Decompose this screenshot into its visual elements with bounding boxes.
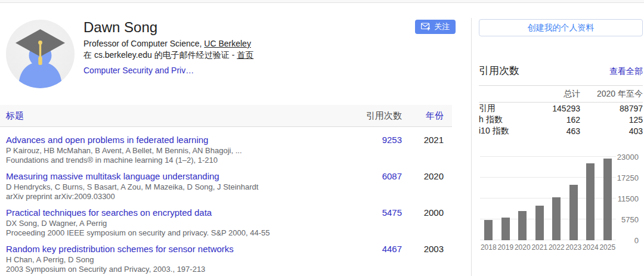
- publication-venue: 2003 Symposium on Security and Privacy, …: [6, 265, 354, 274]
- chart-bar-slot: [514, 157, 531, 240]
- chart-y-tick-label: 5750: [621, 216, 639, 224]
- chart-bar-2019[interactable]: [501, 218, 510, 240]
- stat-label: i10 指数: [479, 126, 527, 137]
- chart-x-tick-label: 2018: [480, 243, 497, 252]
- cited-by-count-link[interactable]: 5475: [354, 207, 402, 218]
- graduation-cap-avatar-icon: [6, 20, 75, 88]
- chart-bar-slot: [582, 157, 599, 240]
- affiliation-text: Professor of Computer Science,: [83, 39, 204, 48]
- publication-list: Advances and open problems in federated …: [0, 127, 452, 272]
- follow-button[interactable]: 关注: [415, 20, 456, 34]
- citation-chart-bars: [480, 157, 616, 240]
- profile-info: Dawn Song Professor of Computer Science,…: [83, 18, 405, 76]
- stats-row-i10-index: i10 指数 463 403: [479, 125, 643, 137]
- publication-year: 2020: [402, 170, 444, 182]
- stat-total: 463: [527, 126, 580, 136]
- publication-title-link[interactable]: Advances and open problems in federated …: [6, 134, 354, 145]
- chart-bar-slot: [497, 157, 515, 240]
- stats-header-row: 总计 2020 年至今: [479, 86, 643, 103]
- chart-bar-2025[interactable]: [603, 159, 612, 240]
- chart-x-tick-label: 2025: [599, 243, 617, 252]
- chart-bar-2023[interactable]: [569, 185, 578, 240]
- top-toolbar-edge: [0, 0, 644, 3]
- publication-venue: Foundations and trends® in machine learn…: [6, 156, 354, 165]
- chart-bar-slot: [599, 157, 617, 240]
- chart-x-tick-label: 2021: [531, 243, 549, 252]
- cited-by-count-link[interactable]: 6087: [354, 170, 402, 182]
- email-plus-icon: [421, 23, 431, 31]
- view-all-link[interactable]: 查看全部: [609, 66, 643, 77]
- sidebar: 创建我的个人资料 引用次数 查看全部 总计 2020 年至今 引用 145293…: [479, 19, 643, 137]
- chart-x-axis: 20182019202020212022202320242025: [480, 243, 616, 252]
- stat-since: 125: [580, 115, 643, 125]
- table-row: Measuring massive multitask language und…: [0, 163, 452, 200]
- stats-col-since: 2020 年至今: [580, 89, 643, 100]
- profile-name: Dawn Song: [83, 18, 405, 36]
- cited-by-panel-header: 引用次数 查看全部: [479, 64, 643, 86]
- cited-by-title: 引用次数: [479, 64, 519, 77]
- chart-bar-2024[interactable]: [586, 163, 595, 240]
- table-row: Random key predistribution schemes for s…: [0, 236, 452, 272]
- research-interests: Computer Security and Priv…: [83, 65, 405, 76]
- publication-authors: DX Song, D Wagner, A Perrig: [6, 219, 354, 228]
- stat-since: 88797: [580, 104, 643, 113]
- sort-by-title-link[interactable]: 标题: [6, 110, 24, 120]
- table-row: Advances and open problems in federated …: [0, 127, 452, 163]
- chart-x-tick-label: 2024: [582, 243, 599, 252]
- chart-y-tick-label: 17250: [617, 174, 639, 182]
- table-row: Practical techniques for searches on enc…: [0, 200, 452, 236]
- stats-row-h-index: h 指数 162 125: [479, 114, 643, 125]
- sidebar-divider: [471, 18, 472, 276]
- cited-by-count-link[interactable]: 4467: [354, 243, 402, 255]
- citations-per-year-chart: 05750115001725023000 2018201920202021202…: [480, 152, 643, 255]
- interests-link[interactable]: Computer Security and Priv…: [83, 66, 194, 75]
- uc-berkeley-link[interactable]: UC Berkeley: [204, 39, 251, 48]
- sort-by-year-link[interactable]: 年份: [426, 110, 444, 120]
- chart-y-tick-label: 11500: [618, 195, 639, 203]
- publication-authors: P Kairouz, HB McMahan, B Avent, A Bellet…: [6, 146, 354, 155]
- chart-bar-slot: [565, 157, 583, 240]
- publication-venue: Proceeding 2000 IEEE symposium on securi…: [6, 228, 354, 237]
- chart-bar-slot: [548, 157, 565, 240]
- chart-y-tick-label: 23000: [617, 153, 639, 161]
- stat-since: 403: [580, 126, 643, 136]
- stat-total: 145293: [527, 104, 580, 113]
- chart-y-axis: 05750115001725023000: [618, 157, 639, 240]
- stats-row-citations: 引用 145293 88797: [479, 103, 643, 114]
- chart-y-tick-label: 0: [634, 237, 639, 244]
- cited-by-count-link[interactable]: 9253: [354, 134, 402, 145]
- chart-bar-2018[interactable]: [484, 220, 493, 240]
- homepage-link[interactable]: 首页: [237, 50, 253, 60]
- verified-email-line: 在 cs.berkeley.edu 的电子邮件经过验证 - 首页: [83, 49, 405, 61]
- chart-x-tick-label: 2022: [548, 243, 565, 252]
- publication-title-link[interactable]: Measuring massive multitask language und…: [6, 170, 354, 182]
- cited-by-column-header: 引用次数: [354, 110, 402, 122]
- publications-header-row: 标题 引用次数 年份: [0, 105, 452, 127]
- publication-authors: H Chan, A Perrig, D Song: [6, 255, 354, 264]
- stat-label: h 指数: [479, 114, 527, 125]
- chart-bar-2022[interactable]: [552, 197, 561, 240]
- publication-year: 2003: [402, 243, 444, 255]
- chart-bar-2020[interactable]: [518, 211, 527, 240]
- chart-x-tick-label: 2023: [565, 243, 583, 252]
- profile-affiliation: Professor of Computer Science, UC Berkel…: [83, 38, 405, 49]
- chart-bar-2021[interactable]: [535, 206, 544, 240]
- publication-year: 2021: [402, 134, 444, 145]
- chart-bar-slot: [480, 157, 497, 240]
- stat-total: 162: [527, 115, 580, 125]
- follow-button-label: 关注: [434, 21, 450, 32]
- chart-bar-slot: [531, 157, 549, 240]
- verified-email-text: 在 cs.berkeley.edu 的电子邮件经过验证 -: [83, 50, 237, 60]
- publication-authors: D Hendrycks, C Burns, S Basart, A Zou, M…: [6, 182, 354, 191]
- citation-chart-plot: [480, 157, 616, 240]
- avatar: [6, 20, 75, 88]
- create-profile-button[interactable]: 创建我的个人资料: [479, 19, 643, 36]
- publication-year: 2000: [402, 207, 444, 218]
- stats-col-total: 总计: [527, 89, 580, 100]
- chart-x-tick-label: 2019: [497, 243, 515, 252]
- scholar-profile-page: Dawn Song Professor of Computer Science,…: [0, 0, 644, 276]
- publication-venue: arXiv preprint arXiv:2009.03300: [6, 192, 354, 201]
- publication-title-link[interactable]: Practical techniques for searches on enc…: [6, 207, 354, 218]
- chart-x-tick-label: 2020: [514, 243, 531, 252]
- publication-title-link[interactable]: Random key predistribution schemes for s…: [6, 243, 354, 255]
